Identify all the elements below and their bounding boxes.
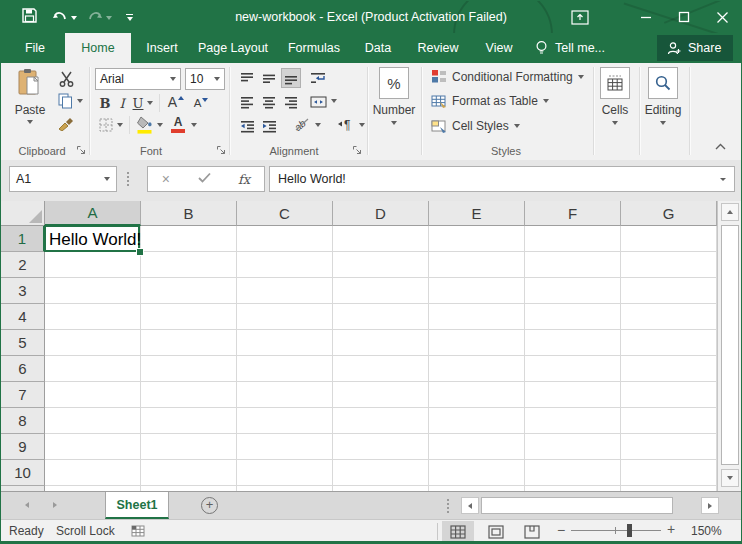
cell-D5[interactable] bbox=[333, 330, 429, 356]
cell-E6[interactable] bbox=[429, 356, 525, 382]
cancel-icon[interactable]: × bbox=[162, 171, 170, 187]
format-painter-button[interactable] bbox=[55, 113, 77, 133]
increase-font-size-button[interactable]: A bbox=[165, 92, 187, 112]
close-button[interactable] bbox=[705, 1, 739, 33]
normal-view-button[interactable] bbox=[442, 521, 474, 542]
number-dropdown-icon[interactable] bbox=[391, 121, 397, 125]
cell-G8[interactable] bbox=[621, 408, 717, 434]
sheet-nav-right-icon[interactable] bbox=[47, 498, 63, 512]
name-box[interactable]: A1 bbox=[9, 166, 117, 192]
cell-F10[interactable] bbox=[525, 460, 621, 486]
cell-E7[interactable] bbox=[429, 382, 525, 408]
zoom-out-button[interactable]: − bbox=[557, 522, 565, 538]
orientation-dropdown-icon[interactable] bbox=[315, 123, 321, 127]
cell-C9[interactable] bbox=[237, 434, 333, 460]
sheet-nav-left-icon[interactable] bbox=[19, 498, 35, 512]
cell-F9[interactable] bbox=[525, 434, 621, 460]
orientation-button[interactable]: ab bbox=[291, 114, 313, 134]
hscroll-left-button[interactable] bbox=[461, 497, 479, 514]
cell-G4[interactable] bbox=[621, 304, 717, 330]
cell-E3[interactable] bbox=[429, 278, 525, 304]
cell-E10[interactable] bbox=[429, 460, 525, 486]
editing-dropdown-icon[interactable] bbox=[660, 121, 666, 125]
column-header-B[interactable]: B bbox=[141, 201, 237, 226]
column-header-F[interactable]: F bbox=[525, 201, 621, 226]
cell-G6[interactable] bbox=[621, 356, 717, 382]
share-button[interactable]: Share bbox=[657, 35, 733, 61]
macro-record-icon[interactable] bbox=[131, 524, 145, 540]
vertical-scrollbar[interactable] bbox=[717, 201, 742, 491]
cell-B8[interactable] bbox=[141, 408, 237, 434]
cell-A4[interactable] bbox=[45, 304, 141, 330]
fill-color-dropdown-icon[interactable] bbox=[157, 123, 163, 127]
tab-file[interactable]: File bbox=[11, 33, 59, 63]
cell-B9[interactable] bbox=[141, 434, 237, 460]
increase-indent-button[interactable] bbox=[259, 116, 279, 136]
bottom-align-button[interactable] bbox=[281, 68, 301, 88]
scroll-up-button[interactable] bbox=[721, 203, 739, 221]
row-header-2[interactable]: 2 bbox=[1, 252, 45, 278]
top-align-button[interactable] bbox=[237, 68, 257, 88]
horizontal-scroll-thumb[interactable] bbox=[481, 497, 673, 514]
bold-button[interactable]: B bbox=[97, 94, 113, 112]
cell-G10[interactable] bbox=[621, 460, 717, 486]
expand-formula-bar-icon[interactable] bbox=[720, 178, 726, 181]
cell-F6[interactable] bbox=[525, 356, 621, 382]
cell-D9[interactable] bbox=[333, 434, 429, 460]
font-size-combo[interactable]: 10 bbox=[185, 68, 225, 90]
cell-F1[interactable] bbox=[525, 226, 621, 252]
cell-D2[interactable] bbox=[333, 252, 429, 278]
text-direction-button[interactable]: ¶ bbox=[335, 114, 357, 134]
cell-styles-button[interactable]: Cell Styles bbox=[431, 119, 520, 133]
cell-D8[interactable] bbox=[333, 408, 429, 434]
tab-insert[interactable]: Insert bbox=[137, 33, 187, 63]
maximize-button[interactable] bbox=[667, 1, 701, 33]
cell-A10[interactable] bbox=[45, 460, 141, 486]
cell-C2[interactable] bbox=[237, 252, 333, 278]
tab-page-layout[interactable]: Page Layout bbox=[191, 33, 275, 63]
tab-data[interactable]: Data bbox=[355, 33, 401, 63]
cells-dropdown-icon[interactable] bbox=[612, 121, 618, 125]
cell-D1[interactable] bbox=[333, 226, 429, 252]
cell-F4[interactable] bbox=[525, 304, 621, 330]
cell-C8[interactable] bbox=[237, 408, 333, 434]
font-size-dropdown-icon[interactable] bbox=[214, 77, 220, 81]
borders-button[interactable] bbox=[97, 116, 115, 134]
name-box-dropdown-icon[interactable] bbox=[104, 177, 110, 181]
font-color-dropdown-icon[interactable] bbox=[191, 123, 197, 127]
cell-G3[interactable] bbox=[621, 278, 717, 304]
align-left-button[interactable] bbox=[237, 92, 257, 112]
tab-formulas[interactable]: Formulas bbox=[281, 33, 347, 63]
column-header-G[interactable]: G bbox=[621, 201, 717, 226]
row-header-7[interactable]: 7 bbox=[1, 382, 45, 408]
page-layout-view-button[interactable] bbox=[480, 521, 512, 542]
merge-center-button[interactable] bbox=[307, 92, 329, 112]
cell-C5[interactable] bbox=[237, 330, 333, 356]
cell-C3[interactable] bbox=[237, 278, 333, 304]
cell-styles-dropdown-icon[interactable] bbox=[514, 124, 520, 128]
ribbon-display-options-icon[interactable] bbox=[563, 1, 597, 33]
cell-B7[interactable] bbox=[141, 382, 237, 408]
editing-button[interactable]: Editing bbox=[642, 67, 684, 125]
copy-button[interactable] bbox=[53, 91, 87, 111]
tab-bar-grip[interactable] bbox=[447, 499, 449, 513]
cells-button[interactable]: Cells bbox=[597, 67, 633, 125]
column-header-D[interactable]: D bbox=[333, 201, 429, 226]
column-header-C[interactable]: C bbox=[237, 201, 333, 226]
cell-F2[interactable] bbox=[525, 252, 621, 278]
decrease-indent-button[interactable] bbox=[237, 116, 257, 136]
decrease-font-size-button[interactable]: A bbox=[191, 94, 211, 112]
page-break-view-button[interactable] bbox=[516, 521, 548, 542]
cell-C4[interactable] bbox=[237, 304, 333, 330]
minimize-button[interactable] bbox=[629, 1, 663, 33]
cell-E4[interactable] bbox=[429, 304, 525, 330]
tell-me-box[interactable]: Tell me... bbox=[535, 33, 655, 63]
row-header-3[interactable]: 3 bbox=[1, 278, 45, 304]
cell-G1[interactable] bbox=[621, 226, 717, 252]
cell-B1[interactable] bbox=[141, 226, 237, 252]
cell-D7[interactable] bbox=[333, 382, 429, 408]
italic-button[interactable]: I bbox=[115, 94, 129, 112]
paste-button[interactable]: Paste bbox=[9, 68, 51, 124]
scroll-down-button[interactable] bbox=[721, 469, 739, 487]
cell-A6[interactable] bbox=[45, 356, 141, 382]
